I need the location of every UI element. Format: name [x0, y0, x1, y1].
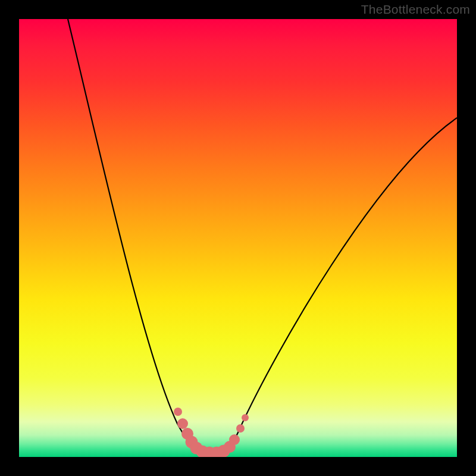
- curve-marker: [177, 418, 188, 429]
- plot-area: [19, 19, 457, 457]
- curve-marker: [236, 424, 245, 433]
- bottleneck-curve: [68, 19, 457, 453]
- curve-marker: [174, 408, 182, 416]
- chart-frame: TheBottleneck.com: [0, 0, 476, 476]
- curve-layer: [19, 19, 457, 457]
- curve-marker: [242, 414, 249, 421]
- watermark-text: TheBottleneck.com: [361, 2, 470, 17]
- curve-marker: [229, 434, 240, 445]
